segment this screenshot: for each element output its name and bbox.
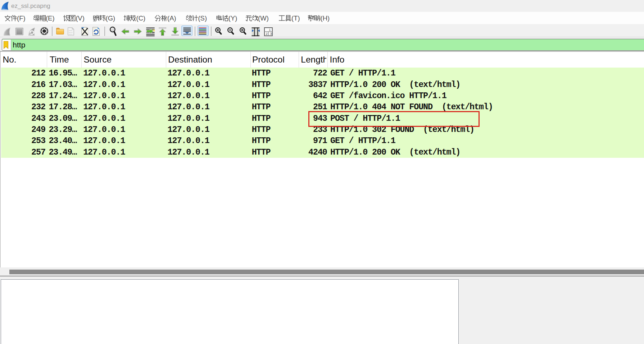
svg-text:3: 3: [270, 32, 272, 36]
svg-text:0111: 0111: [69, 33, 73, 35]
svg-text:2: 2: [266, 32, 267, 36]
svg-text:010: 010: [94, 28, 96, 29]
svg-text:1: 1: [269, 28, 271, 32]
